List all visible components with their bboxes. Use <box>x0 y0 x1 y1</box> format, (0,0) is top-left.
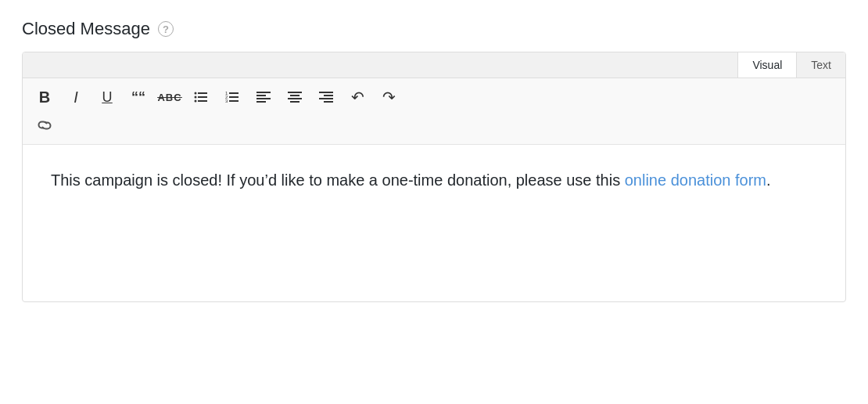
tab-visual[interactable]: Visual <box>737 52 796 78</box>
help-icon[interactable]: ? <box>158 21 174 37</box>
svg-rect-3 <box>198 96 207 98</box>
svg-rect-5 <box>198 100 207 102</box>
editor-toolbar: B I U ““ ABC 1 2 <box>23 78 845 145</box>
content-text-after-link: . <box>766 171 771 189</box>
svg-rect-15 <box>256 101 266 103</box>
toolbar-row-2 <box>30 113 838 138</box>
bold-button[interactable]: B <box>30 85 59 110</box>
align-right-button[interactable] <box>312 85 340 110</box>
svg-rect-23 <box>324 101 333 103</box>
donation-form-link[interactable]: online donation form <box>625 171 766 189</box>
svg-text:3: 3 <box>225 99 228 103</box>
toolbar-row-1: B I U ““ ABC 1 2 <box>30 85 838 110</box>
editor-tab-bar: Visual Text <box>23 52 845 78</box>
content-text-before-link: This campaign is closed! If you’d like t… <box>51 171 625 189</box>
ordered-list-button[interactable]: 1 2 3 <box>218 85 246 110</box>
editor-content-area[interactable]: This campaign is closed! If you’d like t… <box>23 145 845 301</box>
svg-rect-1 <box>198 92 207 94</box>
svg-rect-13 <box>256 95 266 96</box>
svg-point-0 <box>195 92 197 95</box>
svg-rect-9 <box>229 96 239 98</box>
svg-rect-12 <box>256 92 271 93</box>
svg-point-2 <box>195 96 197 99</box>
tab-text[interactable]: Text <box>796 52 845 78</box>
svg-rect-17 <box>290 95 299 96</box>
svg-rect-22 <box>319 98 333 99</box>
underline-button[interactable]: U <box>93 85 121 110</box>
blockquote-button[interactable]: ““ <box>124 85 152 110</box>
italic-button[interactable]: I <box>62 85 90 110</box>
svg-rect-14 <box>256 98 271 99</box>
rich-text-editor: Visual Text B I U ““ ABC 1 <box>22 52 846 302</box>
align-center-button[interactable] <box>281 85 309 110</box>
editor-paragraph: This campaign is closed! If you’d like t… <box>51 167 817 193</box>
section-title: Closed Message <box>22 19 150 39</box>
svg-rect-7 <box>229 92 239 94</box>
redo-button[interactable]: ↷ <box>375 85 403 110</box>
undo-button[interactable]: ↶ <box>343 85 371 110</box>
strikethrough-button[interactable]: ABC <box>156 85 184 110</box>
svg-point-4 <box>195 100 197 103</box>
align-left-button[interactable] <box>249 85 278 110</box>
svg-rect-18 <box>288 98 302 99</box>
svg-rect-21 <box>324 95 333 96</box>
svg-rect-11 <box>229 100 239 102</box>
svg-rect-20 <box>319 92 333 93</box>
link-button[interactable] <box>30 113 59 138</box>
svg-rect-19 <box>290 101 299 103</box>
unordered-list-button[interactable] <box>187 85 215 110</box>
section-header: Closed Message ? <box>22 19 846 39</box>
svg-rect-16 <box>288 92 302 93</box>
